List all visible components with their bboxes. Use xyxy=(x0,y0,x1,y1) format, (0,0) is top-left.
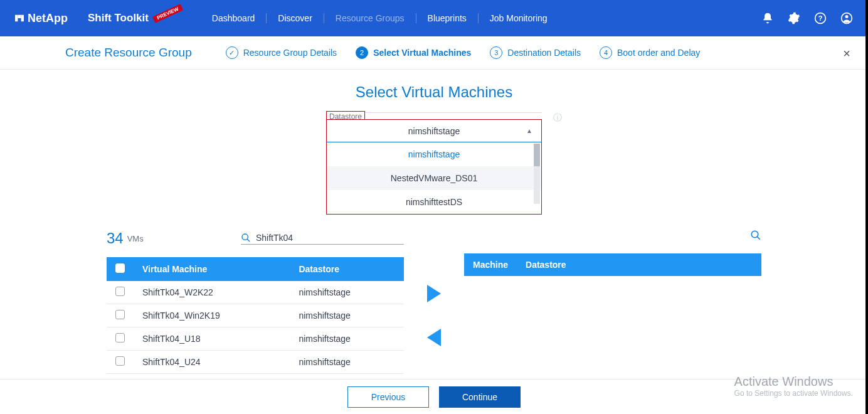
row-checkbox[interactable] xyxy=(115,333,125,342)
svg-line-10 xyxy=(757,236,760,240)
step-2-label: Select Virtual Machines xyxy=(373,48,471,58)
move-left-button[interactable] xyxy=(427,329,441,346)
top-nav: NetApp Shift Toolkit PREVIEW Dashboard D… xyxy=(0,0,868,36)
step-1[interactable]: ✓ Resource Group Details xyxy=(226,46,337,59)
footer: Previous Continue xyxy=(0,379,868,414)
col-vm: Virtual Machine xyxy=(134,257,290,281)
gear-icon[interactable] xyxy=(788,12,800,24)
step-2[interactable]: 2 Select Virtual Machines xyxy=(356,46,471,59)
right-search[interactable] xyxy=(750,230,761,243)
step-4[interactable]: 4 Boot order and Delay xyxy=(600,46,700,59)
datastore-selected-text: nimshiftstage xyxy=(408,126,460,136)
table-row: ShiftTk04_U18nimshiftstage xyxy=(107,327,404,351)
nav-dashboard[interactable]: Dashboard xyxy=(201,13,267,23)
info-icon[interactable]: ⓘ xyxy=(553,112,562,124)
step-3[interactable]: 3 Destination Details xyxy=(490,46,581,59)
cell-ds: nimshiftstage xyxy=(290,351,404,374)
datastore-select[interactable]: nimshiftstage ▲ nimshiftstage NestedVMwa… xyxy=(326,119,542,215)
select-all-checkbox[interactable] xyxy=(115,263,125,273)
cell-ds: nimshiftstage xyxy=(290,281,404,304)
svg-line-8 xyxy=(247,239,250,242)
col-ds: Datastore xyxy=(290,257,404,281)
close-icon[interactable]: × xyxy=(843,46,850,61)
user-icon[interactable] xyxy=(840,12,853,24)
nav-links: Dashboard Discover Resource Groups Bluep… xyxy=(201,13,559,23)
right-search-line xyxy=(464,230,761,248)
step-3-number: 3 xyxy=(490,46,502,59)
row-checkbox[interactable] xyxy=(115,310,125,319)
nav-discover[interactable]: Discover xyxy=(267,13,324,23)
cell-ds: nimshiftstage xyxy=(290,327,404,351)
svg-rect-1 xyxy=(21,15,24,22)
nav-resource-groups[interactable]: Resource Groups xyxy=(324,13,416,23)
cell-vm: ShiftTk04_U18 xyxy=(134,327,290,351)
search-icon xyxy=(750,230,761,241)
cell-vm: ShiftTk04_Win2K19 xyxy=(134,304,290,327)
svg-point-9 xyxy=(751,231,758,238)
step-1-label: Resource Group Details xyxy=(243,48,337,58)
nav-right: ? xyxy=(761,12,853,24)
vm-count-unit: VMs xyxy=(127,234,144,243)
main: Select Virtual Machines Datastore ⓘ nims… xyxy=(0,83,868,414)
toolkit-title: Shift Toolkit PREVIEW xyxy=(88,12,183,24)
dropdown-scrollbar[interactable] xyxy=(534,144,540,204)
page-title: Select Virtual Machines xyxy=(0,83,868,101)
nav-blueprints[interactable]: Blueprints xyxy=(416,13,479,23)
row-checkbox[interactable] xyxy=(115,287,125,296)
help-icon[interactable]: ? xyxy=(814,12,827,24)
step-4-label: Boot order and Delay xyxy=(617,48,700,58)
previous-button[interactable]: Previous xyxy=(347,386,429,408)
datastore-option-2[interactable]: nimshifttestDS xyxy=(327,190,541,214)
search-icon xyxy=(241,233,251,243)
step-4-number: 4 xyxy=(600,46,612,59)
vm-search[interactable] xyxy=(241,233,404,245)
transfer-arrows xyxy=(421,285,447,346)
cell-vm: ShiftTk04_W2K22 xyxy=(134,281,290,304)
toolkit-label: Shift Toolkit xyxy=(88,12,149,24)
cell-ds: nimshiftstage xyxy=(290,304,404,327)
vm-count-line: 34 VMs xyxy=(107,230,404,252)
preview-badge: PREVIEW xyxy=(152,4,183,23)
table-row: ShiftTk04_W2K22nimshiftstage xyxy=(107,281,404,304)
svg-rect-0 xyxy=(15,15,18,22)
datastore-selected[interactable]: nimshiftstage ▲ xyxy=(327,120,541,142)
svg-point-6 xyxy=(845,15,849,18)
netapp-logo-icon xyxy=(15,14,24,23)
vm-search-input[interactable] xyxy=(256,233,404,243)
selected-vms-table: Machine Datastore xyxy=(464,253,761,276)
row-checkbox[interactable] xyxy=(115,356,125,366)
step-1-check-icon: ✓ xyxy=(226,46,238,59)
svg-text:?: ? xyxy=(818,14,823,22)
col-vm-r: Machine xyxy=(464,253,517,276)
chevron-up-icon: ▲ xyxy=(526,127,532,134)
continue-button[interactable]: Continue xyxy=(439,386,521,408)
vm-count: 34 xyxy=(107,230,124,247)
brand: NetApp xyxy=(15,12,68,25)
stepper-bar: Create Resource Group ✓ Resource Group D… xyxy=(0,36,868,70)
step-2-number: 2 xyxy=(356,46,368,59)
table-row: ShiftTk04_Win2K19nimshiftstage xyxy=(107,304,404,327)
brand-text: NetApp xyxy=(28,12,68,25)
datastore-option-0[interactable]: nimshiftstage xyxy=(327,142,541,166)
selected-vms-panel: Machine Datastore xyxy=(464,230,761,276)
col-ds-r: Datastore xyxy=(517,253,761,276)
datastore-field: Datastore ⓘ nimshiftstage ▲ nimshiftstag… xyxy=(326,112,542,215)
svg-point-7 xyxy=(242,234,248,240)
cell-vm: ShiftTk04_U24 xyxy=(134,351,290,374)
steps: ✓ Resource Group Details 2 Select Virtua… xyxy=(226,46,701,59)
move-right-button[interactable] xyxy=(427,285,441,302)
datastore-option-1[interactable]: NestedVMware_DS01 xyxy=(327,166,541,190)
stepper-title: Create Resource Group xyxy=(65,46,192,60)
step-3-label: Destination Details xyxy=(507,48,581,58)
svg-rect-2 xyxy=(18,15,21,18)
datastore-options: nimshiftstage NestedVMware_DS01 nimshift… xyxy=(327,142,541,214)
bell-icon[interactable] xyxy=(761,12,774,24)
nav-job-monitoring[interactable]: Job Monitoring xyxy=(479,13,559,23)
table-row: ShiftTk04_U24nimshiftstage xyxy=(107,351,404,374)
viewport-edge xyxy=(865,0,868,414)
